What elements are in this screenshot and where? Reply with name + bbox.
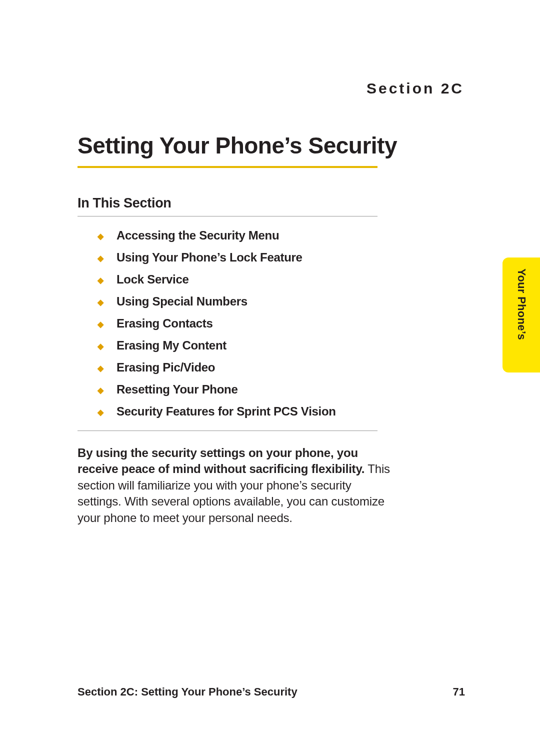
side-tab: Your Phone’s xyxy=(502,258,540,372)
toc-item: ◆ Lock Service xyxy=(98,272,465,286)
section-label: Section 2C xyxy=(78,80,465,97)
toc-item: ◆ Erasing My Content xyxy=(98,338,465,352)
toc-item-label: Lock Service xyxy=(116,272,189,286)
diamond-bullet-icon: ◆ xyxy=(98,408,104,416)
diamond-bullet-icon: ◆ xyxy=(98,386,104,394)
toc-item-label: Erasing My Content xyxy=(116,338,226,352)
toc-item-label: Security Features for Sprint PCS Vision xyxy=(116,404,336,418)
diamond-bullet-icon: ◆ xyxy=(98,342,104,350)
diamond-bullet-icon: ◆ xyxy=(98,364,104,372)
page-number: 71 xyxy=(453,686,465,698)
toc-item-label: Erasing Contacts xyxy=(116,316,213,330)
page-title: Setting Your Phone’s Security xyxy=(78,132,465,159)
diamond-bullet-icon: ◆ xyxy=(98,298,104,306)
page: Section 2C Setting Your Phone’s Security… xyxy=(0,0,540,756)
toc-item: ◆ Using Special Numbers xyxy=(98,294,465,308)
toc-item-label: Using Your Phone’s Lock Feature xyxy=(116,250,302,264)
toc-list: ◆ Accessing the Security Menu ◆ Using Yo… xyxy=(78,228,465,418)
intro-paragraph: By using the security settings on your p… xyxy=(78,445,398,526)
diamond-bullet-icon: ◆ xyxy=(98,254,104,262)
divider-bottom xyxy=(78,430,378,431)
divider-top xyxy=(78,216,378,216)
toc-item: ◆ Using Your Phone’s Lock Feature xyxy=(98,250,465,264)
title-underline xyxy=(78,166,378,168)
side-tab-label: Your Phone’s xyxy=(515,268,528,340)
toc-item: ◆ Resetting Your Phone xyxy=(98,382,465,396)
page-footer: Section 2C: Setting Your Phone’s Securit… xyxy=(78,686,465,698)
toc-item: ◆ Accessing the Security Menu xyxy=(98,228,465,242)
toc-item: ◆ Security Features for Sprint PCS Visio… xyxy=(98,404,465,418)
toc-item-label: Using Special Numbers xyxy=(116,294,248,308)
footer-text: Section 2C: Setting Your Phone’s Securit… xyxy=(78,686,298,698)
toc-item-label: Resetting Your Phone xyxy=(116,382,238,396)
toc-item: ◆ Erasing Contacts xyxy=(98,316,465,330)
diamond-bullet-icon: ◆ xyxy=(98,232,104,240)
toc-item-label: Erasing Pic/Video xyxy=(116,360,215,374)
toc-item-label: Accessing the Security Menu xyxy=(116,228,279,242)
diamond-bullet-icon: ◆ xyxy=(98,320,104,328)
toc-item: ◆ Erasing Pic/Video xyxy=(98,360,465,374)
in-this-section-heading: In This Section xyxy=(78,196,465,211)
diamond-bullet-icon: ◆ xyxy=(98,276,104,284)
intro-bold: By using the security settings on your p… xyxy=(78,446,364,476)
